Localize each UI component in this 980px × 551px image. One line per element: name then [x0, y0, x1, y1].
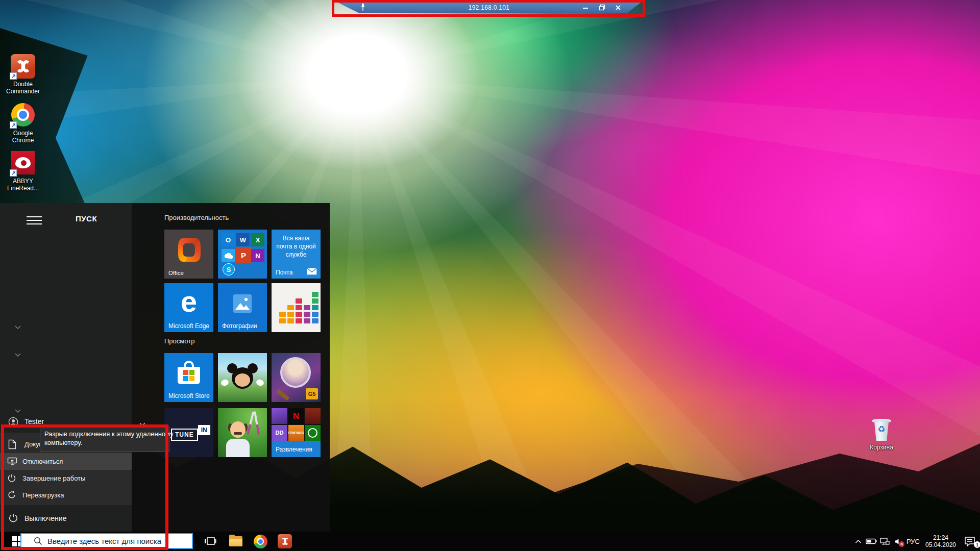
skype-icon: S: [223, 263, 235, 276]
power-icon: [7, 473, 16, 485]
sidebar-item-label: Выключение: [24, 514, 66, 522]
tile-microsoft-store[interactable]: Microsoft Store: [164, 353, 213, 402]
clock[interactable]: 21:24 05.04.2020: [922, 534, 960, 548]
excel-icon: X: [251, 233, 264, 246]
austin-face: [230, 421, 246, 438]
rdp-connection-bar[interactable]: 192.168.0.101: [336, 2, 642, 13]
document-icon: [8, 439, 16, 452]
desktop-icon-google-chrome[interactable]: Google Chrome: [3, 103, 43, 144]
menu-item-restart[interactable]: Перезагрузка: [0, 487, 132, 504]
taskbar-search[interactable]: [20, 533, 193, 549]
desktop-icon-label: Google Chrome: [3, 130, 43, 144]
tile-label: Почта: [276, 269, 292, 276]
user-avatar-icon: [8, 417, 18, 429]
sidebar-item-power[interactable]: Выключение: [0, 509, 132, 528]
tile-office-suite[interactable]: O W X P N S: [218, 230, 267, 279]
chrome-taskbar-button[interactable]: [249, 532, 272, 551]
network-icon[interactable]: [878, 532, 891, 551]
tile-deezer[interactable]: [272, 283, 321, 332]
user-name: Tester: [24, 417, 44, 425]
hamburger-menu-icon[interactable]: [27, 216, 42, 224]
minimize-button[interactable]: [581, 4, 590, 12]
search-input[interactable]: [47, 537, 180, 545]
folder-icon: [229, 536, 242, 546]
tooltip-line: Разрыв подключения к этому удаленному: [44, 430, 165, 438]
mail-tile-text: Вся ваша почта в одной службе: [274, 234, 318, 259]
shortcut-arrow-icon: [10, 169, 17, 177]
netflix-mini-tile: N: [288, 408, 304, 424]
tile-mail[interactable]: Вся ваша почта в одной службе Почта: [272, 230, 321, 279]
chevron-down-icon[interactable]: [14, 350, 21, 359]
shears-icon: [247, 411, 254, 435]
tile-group-title: Производительность: [164, 214, 229, 221]
notification-badge: 1: [974, 541, 980, 548]
close-button[interactable]: [614, 4, 623, 12]
recycle-bin-icon: ♻: [870, 417, 893, 442]
tile-label: Фотографии: [222, 322, 257, 330]
tile-disney-game[interactable]: [218, 353, 267, 402]
double-commander-taskbar-button[interactable]: [274, 532, 296, 551]
menu-item-label: Завершение работы: [22, 474, 85, 482]
menu-item-shutdown[interactable]: Завершение работы: [0, 470, 132, 487]
shortcut-arrow-icon: [10, 121, 17, 129]
tile-entertainment[interactable]: N DD FRIENDS Развлечения: [272, 408, 321, 457]
store-icon: [178, 367, 200, 384]
tile-office[interactable]: Office: [164, 230, 213, 279]
disconnect-icon: [7, 457, 17, 468]
photos-icon: [233, 294, 252, 313]
battery-icon[interactable]: [865, 532, 878, 551]
desktop-icon-label: ABBYY FineRead...: [3, 178, 43, 192]
chevron-down-icon[interactable]: [14, 322, 21, 332]
tunein-logo: TUNE IN: [171, 429, 210, 441]
desktop-icon-double-commander[interactable]: Double Commander: [3, 54, 43, 95]
desktop-icon-label: Корзина: [862, 444, 901, 451]
chevron-down-icon[interactable]: [14, 406, 21, 415]
taskbar: ✕ РУС 21:24 05.04.2020 1: [0, 532, 980, 551]
magnifier-portrait-icon: [280, 357, 311, 388]
g5-badge: G5: [306, 388, 318, 399]
tile-label: Office: [168, 270, 184, 276]
word-icon: W: [236, 233, 250, 246]
tile-label: Microsoft Store: [168, 392, 210, 399]
desktop-icon-recycle-bin[interactable]: ♻ Корзина: [862, 417, 901, 451]
friends-mini-tile: FRIENDS: [288, 425, 304, 441]
outlook-icon: O: [222, 233, 235, 246]
start-menu-title: ПУСК: [76, 214, 97, 223]
game-mini-tile: [305, 408, 321, 424]
tile-group-title: Просмотр: [164, 337, 194, 345]
mute-badge: ✕: [899, 541, 904, 547]
tile-microsoft-edge[interactable]: e Microsoft Edge: [164, 283, 213, 332]
restore-button[interactable]: [597, 4, 606, 12]
task-view-button[interactable]: [199, 532, 222, 551]
volume-muted-icon[interactable]: ✕: [891, 532, 904, 551]
tile-g5-game[interactable]: G5: [272, 353, 321, 402]
restart-icon: [7, 490, 16, 502]
desktop-screen: Double Commander Google Chrome ABBYY Fin…: [0, 0, 980, 551]
power-icon: [8, 513, 18, 525]
tile-photos[interactable]: Фотографии: [218, 283, 267, 332]
onedrive-icon: [222, 249, 235, 262]
tile-gardenscapes[interactable]: [218, 408, 267, 457]
desktop-icon-abbyy-finereader[interactable]: ABBYY FineRead...: [3, 151, 43, 192]
disconnect-tooltip: Разрыв подключения к этому удаленному ко…: [40, 427, 169, 452]
action-center-button[interactable]: 1: [960, 532, 980, 551]
edge-icon: e: [164, 284, 213, 318]
file-explorer-button[interactable]: [225, 532, 247, 551]
menu-item-label: Отключиться: [22, 458, 63, 465]
menu-item-disconnect[interactable]: Отключиться: [0, 453, 132, 470]
mail-envelope-icon: [307, 268, 317, 275]
chrome-icon: [254, 535, 267, 548]
tile-label: Развлечения: [276, 446, 312, 453]
language-indicator[interactable]: РУС: [904, 538, 922, 545]
hidden-icons-chevron[interactable]: [851, 532, 865, 551]
dolby-mini-tile: DD: [272, 425, 287, 441]
double-commander-icon: [278, 534, 292, 548]
xbox-mini-tile: [305, 425, 321, 441]
equalizer-icon: [279, 292, 318, 323]
tray-time: 21:24: [922, 534, 960, 541]
shortcut-arrow-icon: [10, 72, 17, 80]
game-mini-tile: [272, 408, 287, 424]
tile-label: Microsoft Edge: [168, 322, 209, 330]
menu-item-label: Перезагрузка: [22, 491, 64, 499]
desktop-icon-label: Double Commander: [3, 81, 43, 95]
